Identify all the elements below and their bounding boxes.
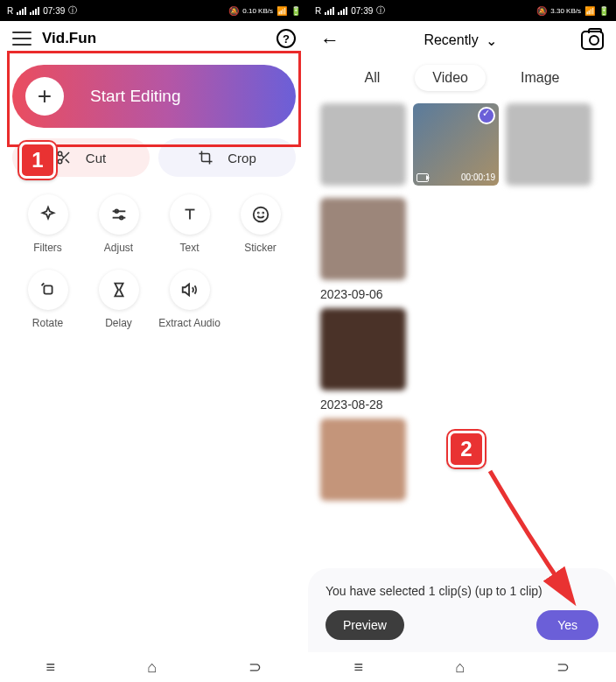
home-icon[interactable]: ⌂ [455,658,465,677]
tool-label: Text [179,242,199,254]
filters-tool[interactable]: Filters [12,194,83,254]
screen-home: R 07:39 ⓘ 🔕 0.10 KB/s 📶 🔋 Vid.Fun ? + St… [0,0,308,682]
sparkle-icon [38,205,58,224]
date-header: 2023-08-28 [320,397,604,411]
dnd-icon: 🔕 [228,6,239,16]
sliders-icon [109,205,129,224]
tool-label: Delay [105,317,132,329]
tool-label: Filters [33,242,62,254]
callout-1: 1 [19,142,56,179]
checkmark-icon [478,107,495,124]
text-tool[interactable]: Text [154,194,225,254]
system-navbar: ≡ ⌂ ⊃ [0,652,308,682]
selection-text: You have selected 1 clip(s) (up to 1 cli… [326,584,598,598]
video-thumb[interactable] [320,103,406,186]
signal-icon [17,7,26,15]
clock: 07:39 [43,6,65,16]
crop-button[interactable]: Crop [158,138,296,177]
app-title: Vid.Fun [42,30,96,47]
video-icon [416,173,429,182]
data-rate: 3.30 KB/s [550,7,581,15]
app-header: Vid.Fun ? [0,21,308,56]
sticker-tool[interactable]: Sticker [225,194,296,254]
system-navbar: ≡ ⌂ ⊃ [308,652,616,682]
scissors-icon [56,150,72,165]
tool-label: Sticker [244,242,276,254]
svg-point-11 [253,207,268,222]
sort-label: Recently [424,32,478,48]
sort-dropdown[interactable]: Recently ⌄ [424,32,496,49]
back-nav-icon[interactable]: ⊃ [556,657,570,677]
video-thumb[interactable] [506,103,592,186]
rotate-tool[interactable]: Rotate [12,270,83,329]
status-bar: R 07:39 ⓘ 🔕 0.10 KB/s 📶 🔋 [0,0,308,21]
carrier: R [315,6,321,16]
selection-sheet: You have selected 1 clip(s) (up to 1 cli… [308,568,616,652]
extract-audio-tool[interactable]: Extract Audio [154,270,225,329]
info-icon: ⓘ [376,4,385,17]
start-label: Start Editing [90,87,181,106]
video-thumb[interactable] [320,418,406,501]
recent-icon[interactable]: ≡ [46,658,56,677]
signal-icon-2 [338,7,347,15]
recent-icon[interactable]: ≡ [354,658,364,677]
duration-overlay: 00:00:19 [416,172,495,182]
svg-rect-14 [44,285,52,293]
battery-icon: 🔋 [598,6,609,16]
menu-icon[interactable] [12,32,32,46]
adjust-tool[interactable]: Adjust [83,194,154,254]
back-button[interactable]: ← [320,29,340,52]
text-icon [180,205,200,224]
video-thumb[interactable] [320,198,406,280]
signal-icon-2 [30,7,39,15]
cut-label: Cut [86,151,106,165]
tab-all[interactable]: All [347,65,398,91]
wifi-icon: 📶 [584,6,595,16]
start-editing-button[interactable]: + Start Editing [12,65,296,128]
tool-label: Rotate [32,317,63,329]
signal-icon [325,7,334,15]
help-icon[interactable]: ? [276,29,296,48]
tab-image[interactable]: Image [503,65,577,91]
speaker-icon [180,280,200,299]
callout-2: 2 [448,431,485,468]
chevron-down-icon: ⌄ [486,32,497,49]
svg-point-12 [257,213,258,214]
dnd-icon: 🔕 [536,6,547,16]
rotate-icon [38,280,58,299]
hourglass-icon [109,280,129,299]
svg-point-13 [262,213,263,214]
info-icon: ⓘ [68,4,77,17]
wifi-icon: 📶 [276,6,287,16]
svg-line-4 [61,155,64,158]
data-rate: 0.10 KB/s [242,7,273,15]
tool-label: Extract Audio [158,317,220,329]
video-thumb[interactable] [320,308,406,390]
carrier: R [7,6,13,16]
smile-icon [251,205,270,224]
camera-icon[interactable] [581,31,604,50]
svg-point-0 [58,151,62,156]
crop-icon [198,150,214,165]
home-icon[interactable]: ⌂ [147,658,157,677]
tab-video[interactable]: Video [415,65,486,91]
tool-label: Adjust [104,242,133,254]
date-header: 2023-09-06 [320,287,604,301]
battery-icon: 🔋 [290,6,301,16]
video-thumb-selected[interactable]: 00:00:19 [413,103,499,186]
clock: 07:39 [351,6,373,16]
status-bar: R 07:39 ⓘ 🔕 3.30 KB/s 📶 🔋 [308,0,616,21]
delay-tool[interactable]: Delay [83,270,154,329]
plus-icon: + [25,77,64,116]
preview-button[interactable]: Preview [326,610,404,640]
svg-line-3 [66,159,69,163]
svg-marker-15 [182,285,188,296]
screen-picker: R 07:39 ⓘ 🔕 3.30 KB/s 📶 🔋 ← Recently ⌄ A… [308,0,616,682]
svg-point-1 [58,159,62,164]
crop-label: Crop [228,151,256,165]
back-nav-icon[interactable]: ⊃ [248,657,262,677]
yes-button[interactable]: Yes [536,610,598,640]
